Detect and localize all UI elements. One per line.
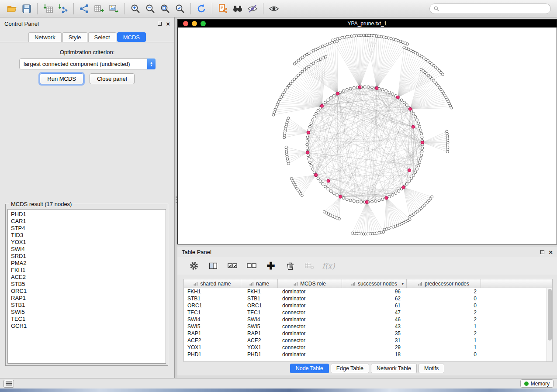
mcds-hub-node[interactable] [306, 151, 309, 154]
table-cell[interactable]: 0 [407, 302, 481, 309]
mcds-result-item[interactable]: STB5 [11, 281, 166, 288]
network-node[interactable] [412, 112, 415, 115]
network-node[interactable] [275, 106, 277, 108]
table-cell[interactable]: connector [278, 337, 342, 344]
network-node[interactable] [319, 58, 322, 61]
table-cell[interactable]: TEC1 [184, 309, 241, 316]
network-node[interactable] [418, 125, 421, 128]
mcds-hub-node[interactable] [327, 179, 330, 182]
column-header-shared-name[interactable]: shared name [184, 279, 241, 288]
network-node[interactable] [370, 200, 373, 203]
table-scrollbar[interactable] [547, 288, 552, 362]
mcds-hub-node[interactable] [336, 92, 339, 95]
table-cell[interactable]: 18 [342, 351, 407, 358]
network-node[interactable] [368, 34, 370, 37]
table-cell[interactable]: dominator [278, 295, 342, 302]
table-cell[interactable]: 1 [407, 337, 481, 344]
network-node[interactable] [287, 117, 290, 120]
table-cell[interactable]: 0 [407, 351, 481, 358]
save-session-button[interactable] [19, 2, 34, 15]
table-row[interactable]: YOX1YOX1connector291 [184, 344, 552, 351]
table-cell[interactable]: ACE2 [241, 337, 278, 344]
table-cell[interactable]: 1 [407, 344, 481, 351]
mcds-result-item[interactable]: YOX1 [11, 239, 166, 246]
network-node[interactable] [329, 96, 332, 99]
table-cell[interactable]: 35 [342, 330, 407, 337]
zoom-in-button[interactable] [128, 2, 143, 15]
export-table-button[interactable] [92, 2, 107, 15]
mcds-hub-node[interactable] [339, 195, 342, 198]
network-node[interactable] [367, 86, 370, 88]
mcds-result-item[interactable]: STP4 [11, 225, 166, 232]
network-node[interactable] [349, 87, 352, 90]
mcds-hub-node[interactable] [421, 141, 424, 144]
table-cell[interactable]: 2 [407, 316, 481, 323]
network-node[interactable] [441, 73, 444, 76]
export-network-button[interactable] [77, 2, 92, 15]
table-row[interactable]: STB1STB1dominator620 [184, 295, 552, 302]
column-header-mcds-role[interactable]: MCDS role [278, 279, 342, 288]
select-all-button[interactable] [226, 260, 239, 272]
search-network-button[interactable] [230, 2, 245, 15]
mcds-hub-node[interactable] [402, 186, 405, 189]
table-cell[interactable]: RAP1 [184, 330, 241, 337]
mcds-result-item[interactable]: GCR1 [11, 323, 166, 330]
network-node[interactable] [343, 36, 346, 38]
table-cell[interactable]: connector [278, 344, 342, 351]
mcds-hub-node[interactable] [385, 196, 388, 199]
network-node[interactable] [408, 215, 411, 218]
mcds-result-item[interactable]: RAP1 [11, 295, 166, 302]
table-cell[interactable]: SWI5 [241, 323, 278, 330]
criterion-select[interactable]: largest connected component (undirected)… [19, 58, 156, 69]
mcds-hub-node[interactable] [365, 200, 368, 203]
network-node[interactable] [306, 147, 308, 149]
network-node[interactable] [385, 36, 387, 39]
network-node[interactable] [421, 147, 424, 149]
zoom-out-button[interactable] [143, 2, 158, 15]
mcds-hub-node[interactable] [314, 173, 317, 176]
network-node[interactable] [277, 101, 280, 103]
export-image-button[interactable] [107, 2, 121, 15]
mcds-hub-node[interactable] [412, 125, 415, 128]
network-node[interactable] [394, 192, 397, 194]
network-node[interactable] [365, 34, 368, 37]
network-window-titlebar[interactable]: YPA_prune.txt_1 [178, 20, 557, 28]
network-node[interactable] [353, 86, 355, 89]
network-node[interactable] [384, 89, 387, 92]
network-node[interactable] [306, 140, 308, 142]
mcds-hub-node[interactable] [408, 107, 412, 110]
tab-network-table[interactable]: Network Table [371, 364, 417, 373]
mcds-result-item[interactable]: ACE2 [11, 274, 166, 281]
column-header-name[interactable]: name [241, 279, 278, 288]
network-node[interactable] [324, 185, 327, 188]
column-header-predecessor-nodes[interactable]: predecessor nodes [407, 279, 481, 288]
zoom-fit-button[interactable] [158, 2, 173, 15]
network-node[interactable] [315, 61, 317, 63]
mcds-hub-node[interactable] [375, 86, 378, 89]
table-cell[interactable]: TEC1 [241, 309, 278, 316]
mcds-hub-node[interactable] [320, 104, 323, 107]
network-node[interactable] [415, 168, 418, 170]
table-row[interactable]: TEC1TEC1connector472 [184, 309, 552, 316]
network-node[interactable] [336, 194, 338, 196]
scrollbar-thumb[interactable] [548, 289, 552, 340]
network-node[interactable] [370, 34, 373, 37]
network-node[interactable] [381, 198, 384, 200]
search-input[interactable] [439, 6, 547, 12]
network-node[interactable] [342, 89, 345, 92]
mcds-result-item[interactable]: SWI4 [11, 246, 166, 253]
network-node[interactable] [310, 122, 312, 124]
table-cell[interactable]: YOX1 [184, 344, 241, 351]
mcds-hub-node[interactable] [396, 96, 399, 99]
search-box[interactable] [429, 3, 551, 14]
network-node[interactable] [378, 199, 381, 202]
network-node[interactable] [397, 190, 400, 193]
table-cell[interactable]: dominator [278, 351, 342, 358]
table-cell[interactable]: ACE2 [184, 337, 241, 344]
network-node[interactable] [281, 93, 284, 96]
float-table-panel-icon[interactable] [540, 250, 544, 254]
network-node[interactable] [306, 143, 308, 146]
network-node[interactable] [375, 34, 378, 37]
toggle-column-button[interactable] [207, 260, 219, 272]
open-file-button[interactable] [4, 2, 19, 15]
